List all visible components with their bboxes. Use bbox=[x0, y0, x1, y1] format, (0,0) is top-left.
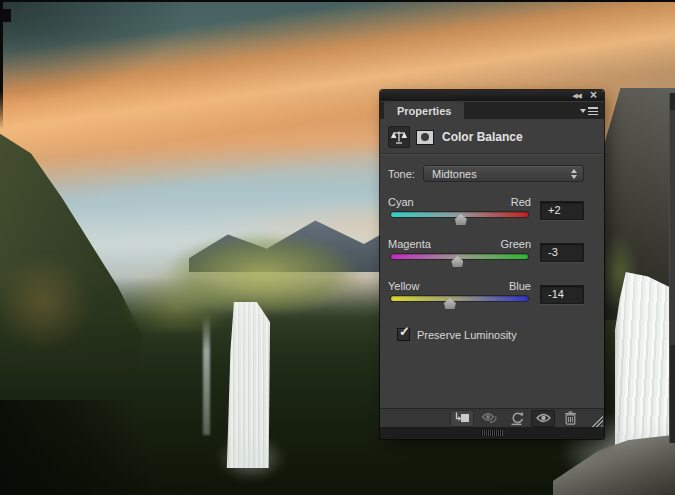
menu-lines-icon bbox=[588, 107, 598, 115]
dropdown-spin-icon bbox=[571, 169, 577, 179]
adjustment-title: Color Balance bbox=[442, 130, 523, 144]
clip-to-layer-icon bbox=[454, 412, 470, 424]
tab-properties[interactable]: Properties bbox=[384, 102, 464, 119]
panel-bottom-bar bbox=[380, 427, 604, 439]
canvas-corner-notch bbox=[0, 9, 11, 22]
blue-label: Blue bbox=[509, 280, 531, 292]
adjustment-header: Color Balance bbox=[388, 125, 584, 149]
red-label: Red bbox=[511, 196, 531, 208]
photo-waterfall-mist bbox=[206, 438, 296, 488]
photo-dark-corner bbox=[0, 400, 190, 495]
reset-adjustment-icon bbox=[509, 411, 524, 426]
slider-left-col: Yellow Blue bbox=[388, 280, 531, 308]
collapse-to-icons-button[interactable]: ◀◀ bbox=[572, 92, 581, 99]
cyan-red-value-input[interactable] bbox=[540, 201, 584, 220]
yellow-blue-slider-group: Yellow Blue bbox=[388, 280, 584, 308]
docked-panel-edge[interactable] bbox=[669, 93, 675, 443]
preserve-luminosity-label: Preserve Luminosity bbox=[417, 329, 517, 341]
delete-adjustment-button[interactable] bbox=[558, 410, 582, 427]
panel-tab-row: Properties bbox=[380, 101, 604, 119]
panel-resize-grip[interactable] bbox=[591, 415, 603, 427]
slider-labels: Magenta Green bbox=[388, 238, 531, 250]
checkmark-icon: ✓ bbox=[399, 324, 410, 339]
panel-content: Color Balance Tone: Midtones Cyan bbox=[380, 119, 604, 408]
slider-track-wrap bbox=[391, 254, 528, 266]
photo-sunlit-slope bbox=[0, 248, 108, 357]
panel-menu-button[interactable] bbox=[580, 102, 598, 119]
visibility-eye-icon bbox=[536, 413, 551, 423]
cyan-red-slider-group: Cyan Red bbox=[388, 196, 584, 224]
view-previous-state-button[interactable] bbox=[477, 410, 501, 427]
delete-trash-icon bbox=[564, 411, 577, 425]
layer-mask-thumbnail[interactable] bbox=[416, 130, 434, 145]
tone-row: Tone: Midtones bbox=[388, 165, 584, 182]
slider-left-col: Cyan Red bbox=[388, 196, 531, 224]
header-divider bbox=[380, 153, 604, 155]
close-panel-button[interactable]: × bbox=[590, 91, 597, 100]
slider-track-wrap bbox=[391, 212, 528, 224]
docked-panel-edge-mid bbox=[670, 110, 675, 345]
magenta-label: Magenta bbox=[388, 238, 431, 250]
slider-labels: Yellow Blue bbox=[388, 280, 531, 292]
magenta-green-value-input[interactable] bbox=[540, 243, 584, 262]
panel-title-bar[interactable]: ◀◀ × bbox=[380, 90, 604, 101]
preserve-luminosity-checkbox[interactable]: ✓ bbox=[397, 328, 410, 341]
mask-dot bbox=[421, 133, 429, 141]
menu-triangle-icon bbox=[580, 109, 586, 113]
slider-labels: Cyan Red bbox=[388, 196, 531, 208]
tone-dropdown[interactable]: Midtones bbox=[423, 165, 584, 182]
preserve-luminosity-checkbox-row[interactable]: ✓ Preserve Luminosity bbox=[397, 328, 584, 341]
magenta-green-slider-group: Magenta Green bbox=[388, 238, 584, 266]
yellow-blue-value-input[interactable] bbox=[540, 285, 584, 304]
slider-track[interactable] bbox=[391, 296, 528, 301]
green-label: Green bbox=[500, 238, 531, 250]
panel-toolbar bbox=[380, 408, 604, 427]
photo-waterfall-wisp bbox=[203, 315, 210, 435]
tone-label: Tone: bbox=[388, 168, 423, 180]
tone-selected-value: Midtones bbox=[432, 168, 571, 180]
properties-panel: ◀◀ × Properties bbox=[380, 90, 604, 439]
spin-down-arrow bbox=[571, 175, 577, 179]
clip-to-layer-button[interactable] bbox=[450, 410, 474, 427]
canvas-edge-top bbox=[0, 0, 675, 2]
toggle-visibility-button[interactable] bbox=[531, 410, 555, 427]
cyan-label: Cyan bbox=[388, 196, 414, 208]
reset-adjustment-button[interactable] bbox=[504, 410, 528, 427]
color-balance-scales-icon bbox=[388, 126, 410, 148]
spin-up-arrow bbox=[571, 169, 577, 173]
slider-left-col: Magenta Green bbox=[388, 238, 531, 266]
slider-track-wrap bbox=[391, 296, 528, 308]
photoshop-workspace: ◀◀ × Properties bbox=[0, 0, 675, 495]
yellow-label: Yellow bbox=[388, 280, 419, 292]
panel-drag-grip[interactable] bbox=[481, 430, 503, 436]
view-previous-state-icon bbox=[481, 412, 498, 425]
